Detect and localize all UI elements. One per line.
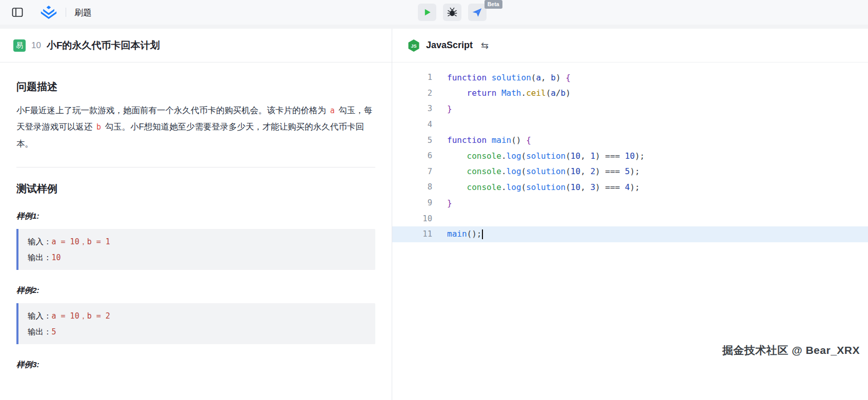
line-number: 9 — [392, 198, 432, 207]
language-label: JavaScript — [426, 40, 473, 51]
description-heading: 问题描述 — [16, 80, 375, 94]
sample-io-code: a = 10，b = 1 — [52, 237, 110, 246]
app-title: 刷题 — [74, 7, 92, 18]
inline-code: b — [95, 122, 103, 132]
topbar: 刷题 — [0, 0, 868, 25]
code-line[interactable]: 11main(); — [392, 226, 868, 242]
line-number: 7 — [392, 167, 432, 176]
topbar-actions: Beta — [418, 4, 487, 21]
line-number: 8 — [392, 182, 432, 192]
code-editor[interactable]: 1function solution(a, b) {2 return Math.… — [392, 62, 868, 242]
problem-title: 小F的永久代币卡回本计划 — [47, 39, 160, 52]
line-number: 1 — [392, 73, 432, 82]
run-button[interactable] — [418, 4, 436, 21]
code-line[interactable]: 3} — [392, 101, 868, 117]
sample-label: 样例1: — [16, 211, 375, 222]
juejin-logo-icon — [40, 6, 57, 19]
code-line[interactable]: 1function solution(a, b) { — [392, 70, 868, 86]
watermark: 掘金技术社区 @ Bear_XRX — [722, 343, 860, 357]
problem-id: 10 — [31, 40, 41, 51]
sidebar-toggle-button[interactable] — [8, 4, 27, 21]
sample-block: 输入：a = 10，b = 1输出：10 — [16, 229, 375, 270]
problem-header: 易 10 小F的永久代币卡回本计划 — [0, 29, 392, 62]
code-text: console.log(solution(10, 1) === 10); — [432, 151, 644, 161]
editor-header: JS JavaScript ⇆ — [392, 29, 868, 62]
submit-button[interactable]: Beta — [468, 4, 487, 21]
topbar-divider — [66, 8, 66, 17]
code-text: main(); — [432, 229, 483, 239]
sample-label: 样例2: — [16, 285, 375, 296]
paper-plane-icon — [472, 7, 482, 18]
sample-io-label: 输出： — [28, 327, 52, 336]
line-number: 6 — [392, 151, 432, 160]
description-text: 小F最近迷上了玩一款游戏，她面前有一个永久代币卡的购买机会。该卡片的价格为 — [16, 106, 329, 115]
problem-description: 小F最近迷上了玩一款游戏，她面前有一个永久代币卡的购买机会。该卡片的价格为 a … — [16, 102, 375, 152]
problem-panel: 易 10 小F的永久代币卡回本计划 问题描述 小F最近迷上了玩一款游戏，她面前有… — [0, 29, 392, 400]
code-text: return Math.ceil(a/b) — [432, 88, 571, 98]
sample-label: 样例3: — [16, 360, 375, 370]
code-text: } — [432, 198, 452, 208]
line-number: 5 — [392, 136, 432, 145]
code-line[interactable]: 6 console.log(solution(10, 1) === 10); — [392, 148, 868, 164]
language-switch-button[interactable]: ⇆ — [479, 39, 491, 52]
problem-body: 问题描述 小F最近迷上了玩一款游戏，她面前有一个永久代币卡的购买机会。该卡片的价… — [0, 62, 392, 370]
line-number: 10 — [392, 214, 432, 223]
sample-io-label: 输出： — [28, 253, 52, 262]
text-cursor — [482, 229, 483, 239]
sample-io-code: 5 — [52, 327, 56, 336]
code-line[interactable]: 2 return Math.ceil(a/b) — [392, 86, 868, 101]
section-divider — [16, 167, 375, 167]
bug-icon — [447, 7, 457, 17]
line-number: 11 — [392, 229, 432, 239]
sample-io-code: 10 — [52, 253, 61, 262]
beta-badge: Beta — [485, 0, 502, 9]
play-icon — [422, 7, 432, 17]
code-line[interactable]: 9} — [392, 195, 868, 211]
sample-io-label: 输入： — [28, 311, 52, 320]
sample-io-code: a = 10，b = 2 — [52, 311, 110, 321]
sidebar-toggle-icon — [12, 7, 23, 17]
javascript-icon: JS — [408, 39, 420, 52]
code-line[interactable]: 4 — [392, 117, 868, 133]
samples-container: 样例1:输入：a = 10，b = 1输出：10样例2:输入：a = 10，b … — [16, 211, 375, 370]
line-number: 2 — [392, 89, 432, 98]
sample-block: 输入：a = 10，b = 2输出：5 — [16, 303, 375, 344]
code-text: } — [432, 104, 452, 114]
line-number: 3 — [392, 104, 432, 113]
code-text: function main() { — [432, 135, 531, 145]
samples-heading: 测试样例 — [16, 182, 375, 196]
code-line[interactable]: 5function main() { — [392, 132, 868, 148]
code-line[interactable]: 7 console.log(solution(10, 2) === 5); — [392, 164, 868, 180]
svg-text:JS: JS — [411, 43, 416, 48]
code-text: console.log(solution(10, 2) === 5); — [432, 166, 640, 176]
code-text: console.log(solution(10, 3) === 4); — [432, 182, 640, 192]
difficulty-badge: 易 — [13, 39, 26, 52]
inline-code: a — [329, 106, 336, 115]
line-number: 4 — [392, 120, 432, 129]
code-text: function solution(a, b) { — [432, 73, 571, 82]
sample-io-label: 输入： — [28, 237, 52, 246]
code-line[interactable]: 8 console.log(solution(10, 3) === 4); — [392, 179, 868, 195]
code-line[interactable]: 10 — [392, 210, 868, 226]
debug-button[interactable] — [443, 4, 461, 21]
